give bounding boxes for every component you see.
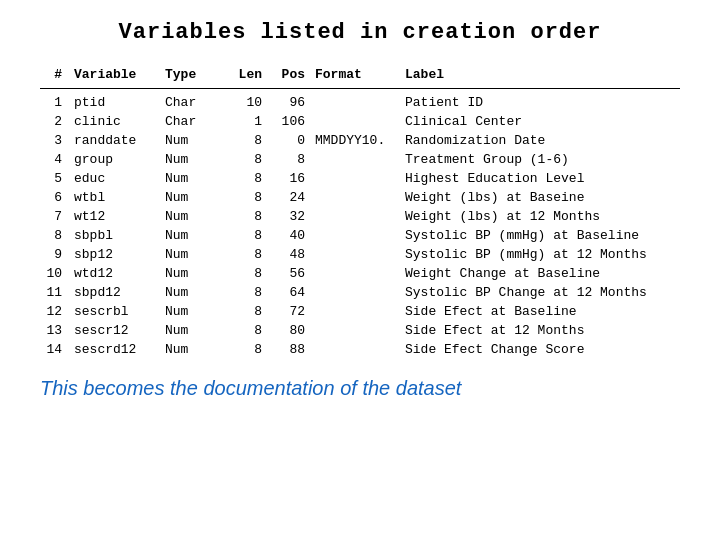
cell-var: sescrd12 xyxy=(70,342,165,357)
cell-label: Side Efect at 12 Months xyxy=(405,323,680,338)
cell-var: group xyxy=(70,152,165,167)
cell-type: Num xyxy=(165,323,225,338)
cell-len: 8 xyxy=(225,190,270,205)
cell-num: 13 xyxy=(40,323,70,338)
cell-type: Num xyxy=(165,209,225,224)
cell-var: sbp12 xyxy=(70,247,165,262)
table-row: 2 clinic Char 1 106 Clinical Center xyxy=(40,112,680,131)
table-row: 9 sbp12 Num 8 48 Systolic BP (mmHg) at 1… xyxy=(40,245,680,264)
cell-len: 8 xyxy=(225,304,270,319)
cell-var: wtd12 xyxy=(70,266,165,281)
cell-pos: 0 xyxy=(270,133,315,148)
table-row: 5 educ Num 8 16 Highest Education Level xyxy=(40,169,680,188)
table-row: 4 group Num 8 8 Treatment Group (1-6) xyxy=(40,150,680,169)
cell-var: educ xyxy=(70,171,165,186)
header-format: Format xyxy=(315,67,405,82)
cell-var: wtbl xyxy=(70,190,165,205)
cell-type: Num xyxy=(165,266,225,281)
cell-label: Side Efect at Baseline xyxy=(405,304,680,319)
cell-pos: 96 xyxy=(270,95,315,110)
cell-len: 8 xyxy=(225,323,270,338)
cell-type: Char xyxy=(165,95,225,110)
cell-var: randdate xyxy=(70,133,165,148)
cell-num: 11 xyxy=(40,285,70,300)
cell-type: Num xyxy=(165,228,225,243)
cell-len: 8 xyxy=(225,152,270,167)
header-type: Type xyxy=(165,67,225,82)
page-title: Variables listed in creation order xyxy=(40,20,680,45)
cell-type: Num xyxy=(165,247,225,262)
table-row: 1 ptid Char 10 96 Patient ID xyxy=(40,93,680,112)
cell-label: Side Efect Change Score xyxy=(405,342,680,357)
cell-pos: 64 xyxy=(270,285,315,300)
table-row: 12 sescrbl Num 8 72 Side Efect at Baseli… xyxy=(40,302,680,321)
table-row: 13 sescr12 Num 8 80 Side Efect at 12 Mon… xyxy=(40,321,680,340)
cell-len: 1 xyxy=(225,114,270,129)
cell-len: 8 xyxy=(225,171,270,186)
header-var: Variable xyxy=(70,67,165,82)
cell-type: Char xyxy=(165,114,225,129)
header-pos: Pos xyxy=(270,67,315,82)
cell-num: 3 xyxy=(40,133,70,148)
cell-pos: 16 xyxy=(270,171,315,186)
header-len: Len xyxy=(225,67,270,82)
cell-num: 8 xyxy=(40,228,70,243)
cell-label: Weight (lbs) at 12 Months xyxy=(405,209,680,224)
cell-pos: 56 xyxy=(270,266,315,281)
cell-num: 10 xyxy=(40,266,70,281)
cell-num: 14 xyxy=(40,342,70,357)
cell-type: Num xyxy=(165,152,225,167)
cell-num: 5 xyxy=(40,171,70,186)
page-container: Variables listed in creation order # Var… xyxy=(0,0,720,420)
cell-type: Num xyxy=(165,285,225,300)
cell-num: 1 xyxy=(40,95,70,110)
cell-label: Randomization Date xyxy=(405,133,680,148)
cell-num: 2 xyxy=(40,114,70,129)
cell-num: 7 xyxy=(40,209,70,224)
footer-text: This becomes the documentation of the da… xyxy=(40,377,680,400)
header-label: Label xyxy=(405,67,680,82)
cell-label: Systolic BP (mmHg) at 12 Months xyxy=(405,247,680,262)
cell-label: Highest Education Level xyxy=(405,171,680,186)
cell-type: Num xyxy=(165,190,225,205)
cell-num: 12 xyxy=(40,304,70,319)
cell-label: Weight Change at Baseline xyxy=(405,266,680,281)
cell-label: Systolic BP Change at 12 Months xyxy=(405,285,680,300)
table-body: 1 ptid Char 10 96 Patient ID 2 clinic Ch… xyxy=(40,93,680,359)
cell-len: 8 xyxy=(225,133,270,148)
table-row: 8 sbpbl Num 8 40 Systolic BP (mmHg) at B… xyxy=(40,226,680,245)
cell-type: Num xyxy=(165,304,225,319)
cell-len: 8 xyxy=(225,342,270,357)
cell-var: clinic xyxy=(70,114,165,129)
table-divider xyxy=(40,88,680,89)
cell-var: wt12 xyxy=(70,209,165,224)
cell-pos: 40 xyxy=(270,228,315,243)
cell-pos: 8 xyxy=(270,152,315,167)
cell-len: 8 xyxy=(225,228,270,243)
cell-pos: 32 xyxy=(270,209,315,224)
cell-num: 6 xyxy=(40,190,70,205)
cell-len: 8 xyxy=(225,209,270,224)
cell-label: Treatment Group (1-6) xyxy=(405,152,680,167)
cell-var: sescr12 xyxy=(70,323,165,338)
cell-var: sbpd12 xyxy=(70,285,165,300)
cell-label: Clinical Center xyxy=(405,114,680,129)
table-row: 6 wtbl Num 8 24 Weight (lbs) at Baseine xyxy=(40,188,680,207)
cell-var: sbpbl xyxy=(70,228,165,243)
cell-type: Num xyxy=(165,171,225,186)
cell-pos: 24 xyxy=(270,190,315,205)
cell-num: 4 xyxy=(40,152,70,167)
cell-type: Num xyxy=(165,342,225,357)
cell-label: Weight (lbs) at Baseine xyxy=(405,190,680,205)
table-row: 14 sescrd12 Num 8 88 Side Efect Change S… xyxy=(40,340,680,359)
cell-label: Systolic BP (mmHg) at Baseline xyxy=(405,228,680,243)
header-num: # xyxy=(40,67,70,82)
cell-format: MMDDYY10. xyxy=(315,133,405,148)
table-row: 10 wtd12 Num 8 56 Weight Change at Basel… xyxy=(40,264,680,283)
cell-len: 8 xyxy=(225,247,270,262)
cell-var: sescrbl xyxy=(70,304,165,319)
cell-pos: 80 xyxy=(270,323,315,338)
cell-len: 8 xyxy=(225,285,270,300)
cell-len: 8 xyxy=(225,266,270,281)
cell-var: ptid xyxy=(70,95,165,110)
